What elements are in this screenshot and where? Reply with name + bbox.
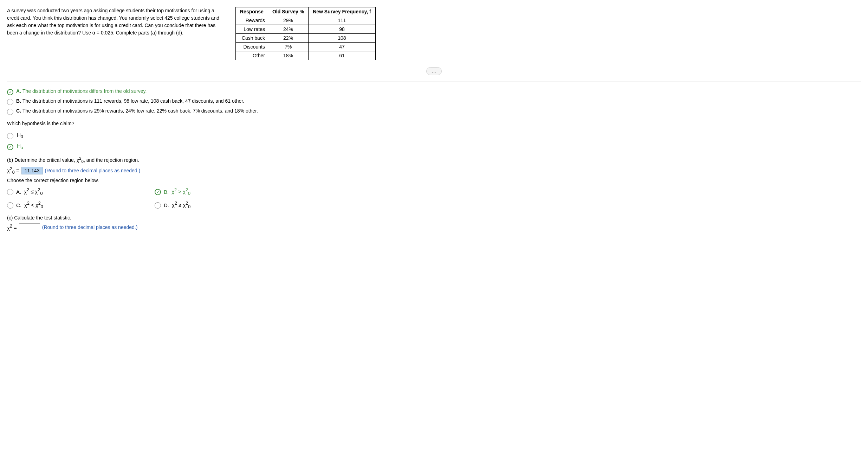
rejection-C-radio[interactable]	[7, 202, 13, 209]
chi-stat-hint: (Round to three decimal places as needed…	[42, 224, 138, 230]
table-cell: Rewards	[236, 16, 268, 25]
part-a-section: ✓A. The distribution of motivations diff…	[7, 88, 861, 115]
table-row: Discounts7%47	[236, 43, 376, 51]
part-c-equation: χ2 = (Round to three decimal places as n…	[7, 223, 861, 231]
col-old-survey: Old Survey %	[268, 7, 308, 16]
chi-critical-equation: χ20 = 11.143 (Round to three decimal pla…	[7, 166, 861, 175]
rejection-B-label: B.	[164, 189, 169, 195]
chi-stat-input[interactable]	[19, 223, 40, 231]
col-response: Response	[236, 7, 268, 16]
part-a-option-b[interactable]: B. The distribution of motivations is 11…	[7, 98, 861, 105]
hypothesis-question: Which hypothesis is the claim?	[7, 121, 861, 126]
table-row: Other18%61	[236, 51, 376, 60]
problem-text: A survey was conducted two years ago ask…	[7, 7, 225, 60]
Ha-radio-checked[interactable]: ✓	[7, 144, 13, 150]
table-cell: 7%	[268, 43, 308, 51]
survey-table-container: Response Old Survey % New Survey Frequen…	[235, 7, 376, 60]
Ha-sub: a	[21, 145, 23, 150]
part-a-option-a[interactable]: ✓A. The distribution of motivations diff…	[7, 88, 861, 95]
table-cell: 22%	[268, 34, 308, 43]
option-c-label: C. The distribution of motivations is 29…	[16, 108, 258, 114]
hypothesis-section: H0 ✓ Ha	[7, 132, 861, 150]
option-b-radio[interactable]	[7, 99, 13, 105]
top-section: A survey was conducted two years ago ask…	[7, 7, 861, 60]
rejection-D-label: D.	[164, 202, 169, 208]
problem-statement: A survey was conducted two years ago ask…	[7, 8, 219, 36]
rejection-option-D: D. χ2 ≥ χ20	[155, 201, 281, 209]
chi-sub: 0	[81, 159, 83, 164]
table-cell: 111	[309, 16, 375, 25]
table-cell: 29%	[268, 16, 308, 25]
rejection-A-expr: χ2 ≤ χ20	[24, 187, 43, 196]
rejection-C-expr: χ2 < χ20	[24, 201, 43, 209]
table-cell: Low rates	[236, 25, 268, 34]
rejection-C-label: C.	[16, 202, 21, 208]
hypothesis-H0-row: H0	[7, 132, 861, 139]
section-divider-1	[7, 82, 861, 82]
part-b-section: (b) Determine the critical value, χ20, a…	[7, 156, 861, 209]
part-c-label: (c) Calculate the test statistic.	[7, 215, 861, 221]
rejection-B-radio-checked[interactable]: ✓	[155, 189, 161, 195]
option-b-label: B. The distribution of motivations is 11…	[16, 98, 244, 104]
chi-stat-label: χ2 =	[7, 224, 17, 231]
table-cell: Cash back	[236, 34, 268, 43]
option-a-label: A. The distribution of motivations diffe…	[16, 88, 147, 94]
collapse-btn-container[interactable]: ...	[7, 67, 861, 75]
option-c-text: The distribution of motivations is 29% r…	[22, 108, 258, 114]
option-a-checked-icon[interactable]: ✓	[7, 89, 13, 95]
rejection-D-expr: χ2 ≥ χ20	[172, 201, 190, 209]
collapse-button[interactable]: ...	[426, 67, 442, 75]
rejection-option-B: ✓ B. χ2 > χ20	[155, 187, 281, 196]
hypothesis-Ha-row: ✓ Ha	[7, 143, 861, 150]
table-cell: Other	[236, 51, 268, 60]
option-c-letter: C.	[16, 108, 22, 114]
chi0-value[interactable]: 11.143	[21, 167, 43, 174]
part-c-section: (c) Calculate the test statistic. χ2 = (…	[7, 215, 861, 231]
rejection-D-radio[interactable]	[155, 202, 161, 209]
rejection-A-label: A.	[16, 189, 21, 195]
table-cell: 61	[309, 51, 375, 60]
rejection-region-label: Choose the correct rejection region belo…	[7, 178, 861, 183]
part-a-options: ✓A. The distribution of motivations diff…	[7, 88, 861, 115]
table-row: Cash back22%108	[236, 34, 376, 43]
rejection-option-A: A. χ2 ≤ χ20	[7, 187, 134, 196]
H0-label: H0	[17, 132, 23, 139]
chi0-label: χ20 =	[7, 166, 19, 175]
rejection-options-grid: A. χ2 ≤ χ20 ✓ B. χ2 > χ20 C. χ2 < χ20 D.	[7, 187, 281, 209]
table-cell: 18%	[268, 51, 308, 60]
option-a-text: The distribution of motivations differs …	[22, 88, 147, 94]
option-b-text: The distribution of motivations is 111 r…	[22, 98, 244, 104]
col-new-survey: New Survey Frequency, f	[309, 7, 375, 16]
H0-radio[interactable]	[7, 133, 13, 139]
option-b-letter: B.	[16, 98, 22, 104]
table-cell: 98	[309, 25, 375, 34]
rejection-option-C: C. χ2 < χ20	[7, 201, 134, 209]
rejection-B-expr: χ2 > χ20	[171, 187, 190, 196]
survey-table: Response Old Survey % New Survey Frequen…	[235, 7, 376, 60]
table-cell: Discounts	[236, 43, 268, 51]
table-row: Low rates24%98	[236, 25, 376, 34]
chi0-hint: (Round to three decimal places as needed…	[45, 168, 141, 173]
table-cell: 108	[309, 34, 375, 43]
H0-sub: 0	[21, 134, 23, 139]
table-cell: 24%	[268, 25, 308, 34]
table-row: Rewards29%111	[236, 16, 376, 25]
part-a-option-c[interactable]: C. The distribution of motivations is 29…	[7, 108, 861, 115]
rejection-A-radio[interactable]	[7, 189, 13, 195]
table-cell: 47	[309, 43, 375, 51]
option-a-letter: A.	[16, 88, 22, 94]
Ha-label: Ha	[17, 143, 23, 150]
option-c-radio[interactable]	[7, 109, 13, 115]
part-b-label: (b) Determine the critical value, χ20, a…	[7, 156, 861, 164]
